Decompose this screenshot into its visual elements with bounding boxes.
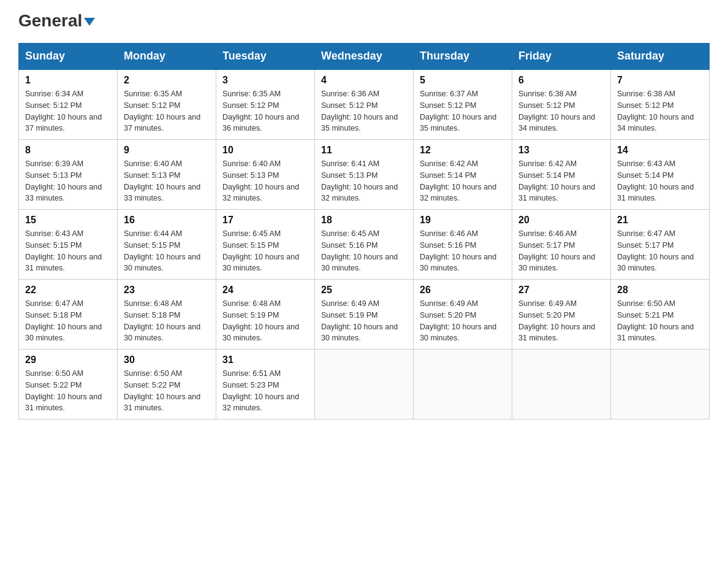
day-number: 24 <box>222 285 308 296</box>
day-info: Sunrise: 6:48 AMSunset: 5:18 PMDaylight:… <box>124 298 210 344</box>
day-info: Sunrise: 6:39 AMSunset: 5:13 PMDaylight:… <box>25 158 111 204</box>
calendar-day-cell <box>414 350 512 419</box>
day-number: 6 <box>518 75 604 86</box>
day-number: 30 <box>124 354 210 366</box>
day-number: 11 <box>321 145 407 156</box>
day-info: Sunrise: 6:50 AMSunset: 5:22 PMDaylight:… <box>124 368 210 414</box>
calendar-day-cell: 3Sunrise: 6:35 AMSunset: 5:12 PMDaylight… <box>216 69 315 140</box>
calendar-day-cell <box>611 350 710 419</box>
day-info: Sunrise: 6:49 AMSunset: 5:20 PMDaylight:… <box>420 298 506 344</box>
day-info: Sunrise: 6:40 AMSunset: 5:13 PMDaylight:… <box>124 158 210 204</box>
day-info: Sunrise: 6:49 AMSunset: 5:19 PMDaylight:… <box>321 298 407 344</box>
day-info: Sunrise: 6:46 AMSunset: 5:16 PMDaylight:… <box>420 228 506 274</box>
calendar-day-cell: 29Sunrise: 6:50 AMSunset: 5:22 PMDayligh… <box>19 350 118 419</box>
calendar-day-cell: 25Sunrise: 6:49 AMSunset: 5:19 PMDayligh… <box>315 280 414 350</box>
calendar-day-cell: 30Sunrise: 6:50 AMSunset: 5:22 PMDayligh… <box>118 350 216 419</box>
calendar-day-cell: 16Sunrise: 6:44 AMSunset: 5:15 PMDayligh… <box>118 210 216 280</box>
calendar-day-cell: 6Sunrise: 6:38 AMSunset: 5:12 PMDaylight… <box>512 69 611 140</box>
calendar-header-cell: Tuesday <box>216 44 315 70</box>
day-info: Sunrise: 6:42 AMSunset: 5:14 PMDaylight:… <box>518 158 604 204</box>
day-info: Sunrise: 6:38 AMSunset: 5:12 PMDaylight:… <box>617 88 703 134</box>
logo-triangle-icon <box>84 18 95 26</box>
day-info: Sunrise: 6:47 AMSunset: 5:17 PMDaylight:… <box>617 228 703 274</box>
calendar-day-cell: 24Sunrise: 6:48 AMSunset: 5:19 PMDayligh… <box>216 280 315 350</box>
day-number: 7 <box>617 75 703 86</box>
day-number: 28 <box>617 285 703 296</box>
calendar-header-cell: Wednesday <box>315 44 414 70</box>
day-number: 23 <box>124 285 210 296</box>
day-info: Sunrise: 6:43 AMSunset: 5:15 PMDaylight:… <box>25 228 111 274</box>
day-number: 31 <box>222 354 308 366</box>
day-number: 18 <box>321 215 407 226</box>
day-number: 26 <box>420 285 506 296</box>
calendar-week-row: 1Sunrise: 6:34 AMSunset: 5:12 PMDaylight… <box>19 69 710 140</box>
calendar-day-cell: 23Sunrise: 6:48 AMSunset: 5:18 PMDayligh… <box>118 280 216 350</box>
day-number: 10 <box>222 145 308 156</box>
day-number: 9 <box>124 145 210 156</box>
day-info: Sunrise: 6:34 AMSunset: 5:12 PMDaylight:… <box>25 88 111 134</box>
calendar-day-cell: 7Sunrise: 6:38 AMSunset: 5:12 PMDaylight… <box>611 69 710 140</box>
calendar-header-cell: Friday <box>512 44 611 70</box>
calendar-day-cell: 10Sunrise: 6:40 AMSunset: 5:13 PMDayligh… <box>216 140 315 210</box>
calendar-day-cell: 1Sunrise: 6:34 AMSunset: 5:12 PMDaylight… <box>19 69 118 140</box>
calendar-day-cell: 28Sunrise: 6:50 AMSunset: 5:21 PMDayligh… <box>611 280 710 350</box>
calendar-day-cell: 15Sunrise: 6:43 AMSunset: 5:15 PMDayligh… <box>19 210 118 280</box>
calendar-day-cell: 18Sunrise: 6:45 AMSunset: 5:16 PMDayligh… <box>315 210 414 280</box>
logo: General <box>18 12 95 31</box>
day-number: 3 <box>222 75 308 86</box>
calendar-table: SundayMondayTuesdayWednesdayThursdayFrid… <box>18 43 710 419</box>
day-info: Sunrise: 6:38 AMSunset: 5:12 PMDaylight:… <box>518 88 604 134</box>
day-number: 17 <box>222 215 308 226</box>
day-info: Sunrise: 6:37 AMSunset: 5:12 PMDaylight:… <box>420 88 506 134</box>
calendar-week-row: 8Sunrise: 6:39 AMSunset: 5:13 PMDaylight… <box>19 140 710 210</box>
calendar-day-cell: 21Sunrise: 6:47 AMSunset: 5:17 PMDayligh… <box>611 210 710 280</box>
day-number: 8 <box>25 145 111 156</box>
day-info: Sunrise: 6:36 AMSunset: 5:12 PMDaylight:… <box>321 88 407 134</box>
calendar-day-cell: 17Sunrise: 6:45 AMSunset: 5:15 PMDayligh… <box>216 210 315 280</box>
day-info: Sunrise: 6:35 AMSunset: 5:12 PMDaylight:… <box>124 88 210 134</box>
calendar-day-cell: 2Sunrise: 6:35 AMSunset: 5:12 PMDaylight… <box>118 69 216 140</box>
day-number: 4 <box>321 75 407 86</box>
calendar-header-cell: Sunday <box>19 44 118 70</box>
day-number: 19 <box>420 215 506 226</box>
day-info: Sunrise: 6:41 AMSunset: 5:13 PMDaylight:… <box>321 158 407 204</box>
calendar-day-cell: 11Sunrise: 6:41 AMSunset: 5:13 PMDayligh… <box>315 140 414 210</box>
day-info: Sunrise: 6:45 AMSunset: 5:15 PMDaylight:… <box>222 228 308 274</box>
day-number: 14 <box>617 145 703 156</box>
calendar-day-cell: 22Sunrise: 6:47 AMSunset: 5:18 PMDayligh… <box>19 280 118 350</box>
calendar-day-cell <box>512 350 611 419</box>
calendar-body: 1Sunrise: 6:34 AMSunset: 5:12 PMDaylight… <box>19 69 710 419</box>
calendar-day-cell: 20Sunrise: 6:46 AMSunset: 5:17 PMDayligh… <box>512 210 611 280</box>
calendar-header-cell: Saturday <box>611 44 710 70</box>
day-info: Sunrise: 6:51 AMSunset: 5:23 PMDaylight:… <box>222 368 308 414</box>
day-info: Sunrise: 6:42 AMSunset: 5:14 PMDaylight:… <box>420 158 506 204</box>
day-number: 1 <box>25 75 111 86</box>
page-header: General <box>18 12 710 31</box>
calendar-day-cell: 4Sunrise: 6:36 AMSunset: 5:12 PMDaylight… <box>315 69 414 140</box>
calendar-header-cell: Monday <box>118 44 216 70</box>
calendar-day-cell: 31Sunrise: 6:51 AMSunset: 5:23 PMDayligh… <box>216 350 315 419</box>
day-number: 29 <box>25 354 111 366</box>
day-info: Sunrise: 6:48 AMSunset: 5:19 PMDaylight:… <box>222 298 308 344</box>
calendar-day-cell: 26Sunrise: 6:49 AMSunset: 5:20 PMDayligh… <box>414 280 512 350</box>
day-number: 16 <box>124 215 210 226</box>
day-number: 2 <box>124 75 210 86</box>
calendar-week-row: 29Sunrise: 6:50 AMSunset: 5:22 PMDayligh… <box>19 350 710 419</box>
day-number: 22 <box>25 285 111 296</box>
day-info: Sunrise: 6:47 AMSunset: 5:18 PMDaylight:… <box>25 298 111 344</box>
day-info: Sunrise: 6:46 AMSunset: 5:17 PMDaylight:… <box>518 228 604 274</box>
day-number: 27 <box>518 285 604 296</box>
calendar-day-cell <box>315 350 414 419</box>
day-number: 21 <box>617 215 703 226</box>
day-number: 15 <box>25 215 111 226</box>
calendar-week-row: 22Sunrise: 6:47 AMSunset: 5:18 PMDayligh… <box>19 280 710 350</box>
calendar-day-cell: 14Sunrise: 6:43 AMSunset: 5:14 PMDayligh… <box>611 140 710 210</box>
calendar-day-cell: 5Sunrise: 6:37 AMSunset: 5:12 PMDaylight… <box>414 69 512 140</box>
calendar-week-row: 15Sunrise: 6:43 AMSunset: 5:15 PMDayligh… <box>19 210 710 280</box>
day-info: Sunrise: 6:35 AMSunset: 5:12 PMDaylight:… <box>222 88 308 134</box>
day-info: Sunrise: 6:43 AMSunset: 5:14 PMDaylight:… <box>617 158 703 204</box>
calendar-day-cell: 12Sunrise: 6:42 AMSunset: 5:14 PMDayligh… <box>414 140 512 210</box>
day-info: Sunrise: 6:49 AMSunset: 5:20 PMDaylight:… <box>518 298 604 344</box>
calendar-header: SundayMondayTuesdayWednesdayThursdayFrid… <box>19 44 710 70</box>
calendar-day-cell: 8Sunrise: 6:39 AMSunset: 5:13 PMDaylight… <box>19 140 118 210</box>
